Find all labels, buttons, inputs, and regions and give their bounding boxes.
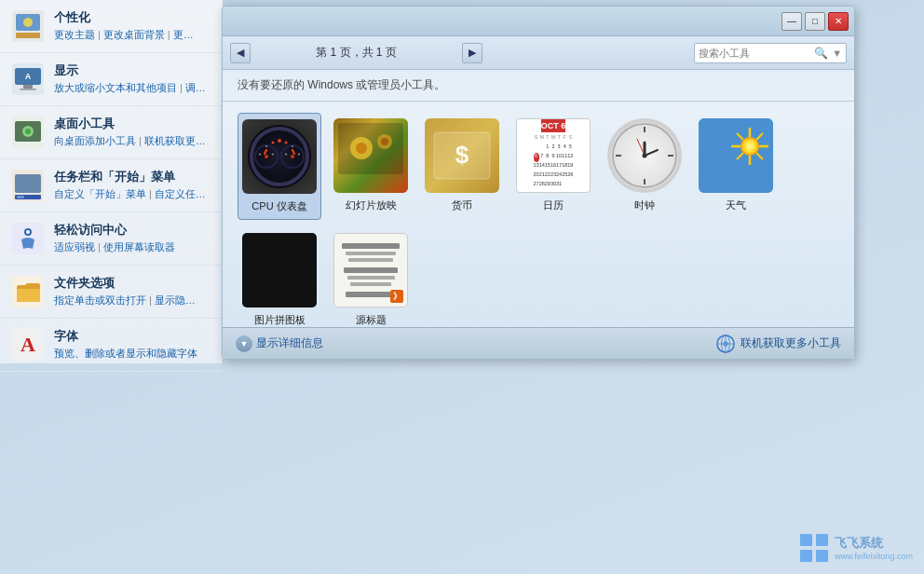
sidebar-item-folder-options[interactable]: 文件夹选项 指定单击或双击打开|显示隐… <box>0 266 223 319</box>
rss-thumb: 》 <box>333 233 408 308</box>
widget-item-currency[interactable]: $ 货币 <box>420 113 504 220</box>
minimize-button[interactable]: — <box>781 12 802 31</box>
svg-point-65 <box>723 341 728 347</box>
online-link-button[interactable]: 联机获取更多小工具 <box>716 335 841 353</box>
sidebar-display-text: 显示 放大或缩小文本和其他项目|调… <box>54 62 211 95</box>
maximize-button[interactable]: □ <box>805 12 825 31</box>
title-bar: — □ ✕ <box>223 7 854 36</box>
sidebar-item-taskbar[interactable]: 任务栏和「开始」菜单 自定义「开始」菜单|自定义任… <box>0 159 223 212</box>
svg-rect-14 <box>15 174 41 193</box>
sidebar-taskbar-links[interactable]: 自定义「开始」菜单|自定义任… <box>54 187 211 201</box>
link-change-theme[interactable]: 更改主题 <box>54 29 95 40</box>
widget-item-slideshow[interactable]: 幻灯片放映 <box>329 113 413 220</box>
rss-line-7 <box>346 292 396 297</box>
svg-point-29 <box>278 139 281 143</box>
watermark-url: www.feifeixitong.com <box>835 552 913 561</box>
widget-label-slideshow: 幻灯片放映 <box>346 198 397 212</box>
svg-point-19 <box>26 230 30 234</box>
svg-text:A: A <box>25 72 32 81</box>
close-button[interactable]: ✕ <box>828 12 849 31</box>
link-show-hidden[interactable]: 显示隐… <box>155 294 196 306</box>
search-dropdown[interactable]: ▼ <box>832 48 842 59</box>
bottom-bar: ▼ 显示详细信息 联机获取更多小工具 <box>223 327 854 359</box>
sidebar-item-display[interactable]: A 显示 放大或缩小文本和其他项目|调… <box>0 53 223 106</box>
sidebar-folder-links[interactable]: 指定单击或双击打开|显示隐… <box>54 294 211 308</box>
show-details-button[interactable]: ▼ 显示详细信息 <box>236 335 323 352</box>
link-online-gadgets[interactable]: 联机获取更… <box>144 135 206 146</box>
svg-point-28 <box>291 155 294 158</box>
currency-thumb: $ <box>425 118 499 193</box>
calendar-header: OCT 6 <box>541 119 566 132</box>
svg-text:$: $ <box>455 141 469 169</box>
sidebar-item-personalize[interactable]: 个性化 更改主题|更改桌面背景|更… <box>0 0 223 53</box>
sidebar-item-fonts[interactable]: A 字体 预览、删除或者显示和隐藏字体 <box>0 319 223 372</box>
sidebar-gadgets-text: 桌面小工具 向桌面添加小工具|联机获取更… <box>54 116 211 148</box>
widgets-grid: CPU 仪表盘 <box>223 102 854 344</box>
svg-rect-2 <box>16 33 40 38</box>
sidebar-display-links[interactable]: 放大或缩小文本和其他项目|调… <box>54 81 211 95</box>
next-page-button[interactable]: ▶ <box>462 43 482 63</box>
search-input[interactable] <box>699 48 810 59</box>
show-details-label: 显示详细信息 <box>256 335 323 351</box>
desktop: 个性化 更改主题|更改桌面背景|更… A 显示 放大或缩小文本和其他 <box>0 0 924 574</box>
link-display-more[interactable]: 调… <box>185 82 206 93</box>
link-resize-text[interactable]: 放大或缩小文本和其他项目 <box>54 82 177 93</box>
link-add-gadget[interactable]: 向桌面添加小工具 <box>54 135 136 146</box>
sidebar-item-accessibility[interactable]: 轻松访问中心 适应弱视|使用屏幕读取器 <box>0 212 223 266</box>
widget-label-calendar: 日历 <box>543 198 564 212</box>
link-start-menu[interactable]: 自定义「开始」菜单 <box>54 188 146 199</box>
widget-label-puzzle: 图片拼图板 <box>254 313 306 327</box>
link-change-wallpaper[interactable]: 更改桌面背景 <box>103 29 165 40</box>
clock-thumb <box>607 118 682 193</box>
rss-line-6 <box>350 282 391 286</box>
link-low-vision[interactable]: 适应弱视 <box>54 241 95 253</box>
link-customize-task[interactable]: 自定义任… <box>155 188 206 199</box>
widget-item-calendar[interactable]: OCT 6 SMTWTFS 12345 6789101112 131415161… <box>511 113 595 220</box>
sidebar-display-title: 显示 <box>54 62 211 79</box>
widget-label-clock: 时钟 <box>634 198 655 212</box>
taskbar-icon <box>11 169 45 202</box>
link-fonts-manage[interactable]: 预览、删除或者显示和隐藏字体 <box>54 348 197 359</box>
widget-item-cpu[interactable]: CPU 仪表盘 <box>238 113 321 220</box>
link-screen-reader[interactable]: 使用屏幕读取器 <box>103 241 175 253</box>
widget-item-rss[interactable]: 》 源标题 <box>329 227 413 333</box>
rss-line-5 <box>347 276 395 280</box>
title-bar-controls: — □ ✕ <box>781 12 849 31</box>
sidebar-folder-title: 文件夹选项 <box>54 275 211 292</box>
puzzle-thumb <box>242 233 317 308</box>
prev-page-button[interactable]: ◀ <box>230 43 251 63</box>
widget-label-cpu: CPU 仪表盘 <box>251 199 306 213</box>
weather-thumb <box>699 118 773 193</box>
widget-item-puzzle[interactable]: 图片拼图板 <box>238 227 321 333</box>
sidebar-gadgets-title: 桌面小工具 <box>54 116 211 132</box>
sidebar-fonts-links[interactable]: 预览、删除或者显示和隐藏字体 <box>54 347 211 361</box>
cpu-thumb <box>242 119 317 194</box>
search-box[interactable]: 🔍 ▼ <box>694 43 847 63</box>
sidebar: 个性化 更改主题|更改桌面背景|更… A 显示 放大或缩小文本和其他 <box>0 0 224 363</box>
svg-rect-6 <box>23 85 33 89</box>
svg-point-30 <box>272 142 275 144</box>
sidebar-item-desktop-gadgets[interactable]: 桌面小工具 向桌面添加小工具|联机获取更… <box>0 106 223 159</box>
sidebar-gadgets-links[interactable]: 向桌面添加小工具|联机获取更… <box>54 134 211 148</box>
widget-item-clock[interactable]: 时钟 <box>603 113 686 220</box>
calendar-thumb: OCT 6 SMTWTFS 12345 6789101112 131415161… <box>516 118 591 193</box>
rss-line-1 <box>342 243 399 249</box>
online-link-label: 联机获取更多小工具 <box>741 335 841 351</box>
rss-icon: 》 <box>390 290 403 303</box>
nav-bar: ◀ 第 1 页，共 1 页 ▶ 🔍 ▼ <box>223 36 854 70</box>
sidebar-fonts-title: 字体 <box>54 328 211 345</box>
widget-item-weather[interactable]: 天气 <box>694 113 778 220</box>
svg-rect-68 <box>800 550 812 562</box>
sidebar-accessibility-title: 轻松访问中心 <box>54 222 211 239</box>
link-more1[interactable]: 更… <box>173 29 194 40</box>
personalize-icon <box>11 9 45 43</box>
sidebar-taskbar-text: 任务栏和「开始」菜单 自定义「开始」菜单|自定义任… <box>54 169 211 201</box>
widget-label-currency: 货币 <box>452 198 472 212</box>
sidebar-accessibility-links[interactable]: 适应弱视|使用屏幕读取器 <box>54 240 211 254</box>
link-click-open[interactable]: 指定单击或双击打开 <box>54 294 146 306</box>
slideshow-thumb <box>333 118 408 193</box>
watermark-logo <box>799 533 829 563</box>
sidebar-personalize-links[interactable]: 更改主题|更改桌面背景|更… <box>54 28 211 42</box>
search-button[interactable]: 🔍 <box>814 47 828 60</box>
sidebar-personalize-text: 个性化 更改主题|更改桌面背景|更… <box>54 9 211 42</box>
